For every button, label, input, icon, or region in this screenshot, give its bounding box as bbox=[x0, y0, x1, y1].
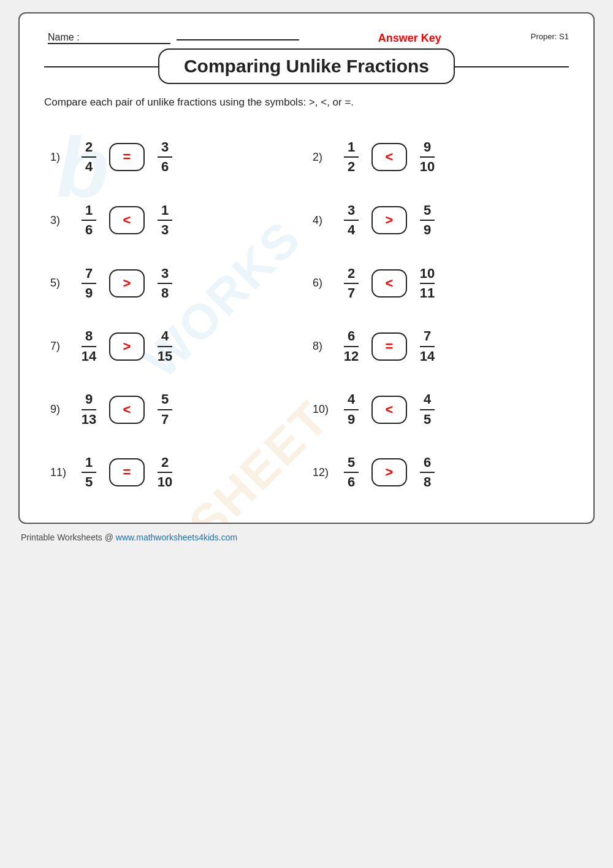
symbol-box: > bbox=[109, 332, 145, 361]
fraction-left-denominator: 13 bbox=[82, 410, 96, 428]
fraction-right: 5 7 bbox=[156, 391, 174, 428]
fraction-left-denominator: 7 bbox=[344, 284, 359, 301]
fraction-left-numerator: 9 bbox=[82, 391, 96, 410]
symbol-box: < bbox=[371, 396, 407, 424]
problem-4: 4) 3 4 > 5 9 bbox=[306, 189, 569, 252]
fraction-right: 3 8 bbox=[156, 266, 174, 302]
problem-number: 5) bbox=[50, 277, 69, 290]
problem-7: 7) 8 14 > 4 15 bbox=[44, 315, 306, 378]
fraction-left-numerator: 4 bbox=[344, 391, 359, 410]
fraction-left: 9 13 bbox=[80, 391, 98, 428]
name-line: Name : bbox=[44, 32, 299, 44]
fraction-left-numerator: 3 bbox=[344, 202, 359, 221]
fraction-left: 2 7 bbox=[342, 266, 360, 302]
symbol-box: = bbox=[109, 458, 145, 486]
problem-number: 3) bbox=[50, 214, 69, 227]
problem-11: 11) 1 5 = 2 10 bbox=[44, 441, 306, 504]
problem-number: 1) bbox=[50, 151, 69, 164]
fraction-left: 6 12 bbox=[342, 328, 360, 364]
problem-2: 2) 1 2 < 9 10 bbox=[306, 126, 569, 189]
fraction-left-denominator: 9 bbox=[82, 284, 96, 301]
instructions: Compare each pair of unlike fractions us… bbox=[44, 96, 569, 109]
fraction-right-denominator: 11 bbox=[420, 284, 435, 301]
problem-number: 10) bbox=[313, 403, 331, 416]
problem-number: 4) bbox=[313, 214, 331, 227]
fraction-right-numerator: 9 bbox=[420, 139, 435, 158]
fraction-left-numerator: 8 bbox=[82, 328, 96, 347]
fraction-left: 2 4 bbox=[80, 139, 98, 175]
symbol-box: = bbox=[371, 332, 407, 361]
fraction-right-denominator: 14 bbox=[420, 347, 435, 364]
fraction-right-numerator: 3 bbox=[158, 266, 172, 284]
fraction-right-numerator: 7 bbox=[420, 328, 435, 347]
footer: Printable Worksheets @ www.mathworksheet… bbox=[18, 532, 595, 542]
fraction-right-denominator: 15 bbox=[158, 347, 172, 364]
fraction-left-denominator: 6 bbox=[82, 221, 96, 238]
fraction-left-numerator: 6 bbox=[344, 328, 359, 347]
proper-label: Proper: S1 bbox=[520, 32, 569, 41]
fraction-right: 5 9 bbox=[418, 202, 436, 239]
fraction-left: 7 9 bbox=[80, 266, 98, 302]
fraction-right-numerator: 5 bbox=[158, 391, 172, 410]
name-underline bbox=[177, 39, 299, 40]
fraction-left-denominator: 4 bbox=[344, 221, 359, 238]
fraction-right-numerator: 5 bbox=[420, 202, 435, 221]
symbol-box: < bbox=[371, 269, 407, 298]
problem-9: 9) 9 13 < 5 7 bbox=[44, 378, 306, 441]
problem-6: 6) 2 7 < 10 11 bbox=[306, 252, 569, 315]
fraction-right: 3 6 bbox=[156, 139, 174, 175]
fraction-right: 9 10 bbox=[418, 139, 436, 175]
fraction-right-numerator: 4 bbox=[420, 391, 435, 410]
fraction-right: 10 11 bbox=[418, 266, 436, 302]
fraction-right-numerator: 1 bbox=[158, 202, 172, 221]
fraction-right-numerator: 2 bbox=[158, 455, 172, 473]
fraction-left: 4 9 bbox=[342, 391, 360, 428]
fraction-left: 8 14 bbox=[80, 328, 98, 364]
fraction-left-denominator: 2 bbox=[344, 158, 359, 175]
symbol-box: < bbox=[109, 396, 145, 424]
problem-number: 12) bbox=[313, 466, 331, 479]
fraction-right-denominator: 6 bbox=[158, 158, 172, 175]
problem-number: 9) bbox=[50, 403, 69, 416]
fraction-right: 7 14 bbox=[418, 328, 436, 364]
fraction-right-denominator: 10 bbox=[420, 158, 435, 175]
problem-5: 5) 7 9 > 3 8 bbox=[44, 252, 306, 315]
fraction-right-denominator: 5 bbox=[420, 410, 435, 428]
fraction-left-denominator: 6 bbox=[344, 473, 359, 490]
problem-12: 12) 5 6 > 6 8 bbox=[306, 441, 569, 504]
fraction-right-denominator: 9 bbox=[420, 221, 435, 238]
title-row: Comparing Unlike Fractions bbox=[44, 48, 569, 84]
fraction-left: 1 6 bbox=[80, 202, 98, 239]
symbol-box: < bbox=[371, 143, 407, 171]
fraction-left-numerator: 2 bbox=[344, 266, 359, 284]
fraction-left-denominator: 12 bbox=[344, 347, 359, 364]
fraction-left-denominator: 14 bbox=[82, 347, 96, 364]
answer-key-label: Answer Key bbox=[299, 32, 520, 45]
symbol-box: < bbox=[109, 206, 145, 234]
fraction-right: 6 8 bbox=[418, 455, 436, 491]
header-row: Name : Answer Key Proper: S1 bbox=[44, 32, 569, 45]
fraction-left-numerator: 5 bbox=[344, 455, 359, 473]
problems-grid: 1) 2 4 = 3 6 2) 1 2 < 9 10 3) 1 bbox=[44, 126, 569, 504]
problem-number: 2) bbox=[313, 151, 331, 164]
fraction-left-denominator: 9 bbox=[344, 410, 359, 428]
fraction-left-numerator: 2 bbox=[82, 139, 96, 158]
name-label: Name : bbox=[48, 32, 170, 44]
fraction-right-numerator: 4 bbox=[158, 328, 172, 347]
footer-link[interactable]: www.mathworksheets4kids.com bbox=[116, 532, 237, 542]
fraction-right-denominator: 8 bbox=[420, 473, 435, 490]
problem-number: 7) bbox=[50, 340, 69, 353]
fraction-left-numerator: 1 bbox=[344, 139, 359, 158]
fraction-left: 1 5 bbox=[80, 455, 98, 491]
fraction-left: 5 6 bbox=[342, 455, 360, 491]
fraction-left-denominator: 4 bbox=[82, 158, 96, 175]
fraction-right-numerator: 6 bbox=[420, 455, 435, 473]
symbol-box: > bbox=[109, 269, 145, 298]
fraction-right-denominator: 10 bbox=[158, 473, 172, 490]
symbol-box: > bbox=[371, 206, 407, 234]
fraction-right: 2 10 bbox=[156, 455, 174, 491]
problem-3: 3) 1 6 < 1 3 bbox=[44, 189, 306, 252]
fraction-right: 1 3 bbox=[156, 202, 174, 239]
fraction-left-numerator: 1 bbox=[82, 455, 96, 473]
symbol-box: = bbox=[109, 143, 145, 171]
